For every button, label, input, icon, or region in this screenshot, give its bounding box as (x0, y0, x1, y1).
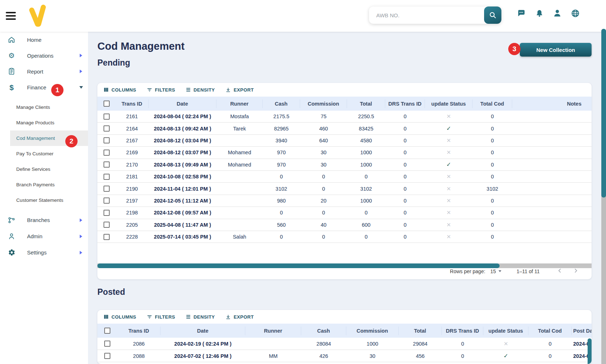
row-checkbox[interactable] (104, 137, 110, 143)
column-header[interactable]: Date (161, 327, 245, 335)
row-checkbox[interactable] (104, 114, 110, 120)
posted-table-header: Trans IDDateRunnerCashCommissionTotalDRS… (97, 324, 592, 338)
cell-total: 0 (347, 174, 385, 179)
density-button[interactable]: DENSITY (185, 314, 215, 320)
chevron-right-icon (80, 235, 82, 238)
sidebar-item-define-services[interactable]: Define Services (0, 161, 88, 177)
sidebar-item-manage-clients[interactable]: Manage Clients (0, 99, 88, 115)
table-row[interactable]: 21672024-08-12 ( 03:04 PM )394064045800✕… (97, 135, 592, 147)
columns-button[interactable]: COLUMNS (103, 87, 136, 93)
rows-per-page-select[interactable]: 15 (490, 268, 501, 274)
sidebar-item-finance[interactable]: $ Finance (0, 79, 88, 95)
table-row[interactable]: 20862024-02-19 ( 02:24 PM )2808410002908… (97, 338, 592, 350)
table-row[interactable]: 20882024-07-02 ( 12:46 PM )MM426304560✓0… (97, 350, 592, 362)
column-header[interactable]: Post Da (572, 327, 592, 335)
cell-date: 2024-08-04 ( 02:24 PM ) (149, 114, 216, 119)
notifications-bell-icon[interactable] (535, 9, 544, 18)
row-checkbox[interactable] (104, 222, 110, 228)
column-header[interactable]: Trans ID (117, 327, 161, 335)
table-row[interactable]: 21982024-12-08 ( 09:57 AM )0000✕0 (97, 207, 592, 219)
status-unchecked-icon: ✕ (447, 197, 451, 204)
column-header[interactable]: Runner (245, 327, 301, 335)
language-globe-icon[interactable] (571, 9, 580, 18)
column-header[interactable]: Trans ID (115, 99, 149, 108)
sidebar-item-manage-products[interactable]: Manage Products (0, 115, 88, 130)
page-vertical-scrollbar[interactable] (601, 32, 606, 364)
sidebar-item-home[interactable]: Home (0, 32, 88, 48)
column-header[interactable]: Total (399, 327, 442, 335)
row-checkbox[interactable] (104, 341, 110, 347)
menu-hamburger-icon[interactable] (6, 12, 16, 20)
column-header[interactable]: Commission (300, 99, 347, 108)
filters-label: FILTERS (155, 87, 175, 93)
cell-runner: Mohamed (216, 150, 263, 155)
row-checkbox[interactable] (104, 150, 110, 156)
row-checkbox[interactable] (104, 174, 110, 180)
table-row[interactable]: 22282025-07-14 ( 03:45 PM )Salah0000✕0 (97, 231, 592, 243)
column-header[interactable]: Total Cod (473, 99, 512, 108)
select-all-checkbox[interactable] (104, 328, 110, 334)
sidebar-item-pay-to-customer[interactable]: Pay To Customer (0, 146, 88, 161)
table-row[interactable]: 21972024-12-05 ( 11:12 AM )9802010000✕0 (97, 195, 592, 207)
row-checkbox-cell (97, 353, 117, 359)
cell-total-cod: 0 (473, 162, 512, 168)
sidebar-item-operations[interactable]: ⚙ Operations (0, 48, 88, 63)
posted-vertical-scrollbar-thumb[interactable] (588, 338, 592, 364)
awb-search-input[interactable] (369, 6, 484, 24)
column-header[interactable]: DRS Trans ID (442, 327, 483, 335)
filters-label: FILTERS (155, 314, 175, 320)
table-row[interactable]: 21702024-08-13 ( 09:49 AM )Mohamed970301… (97, 159, 592, 171)
column-header[interactable]: update Status (483, 327, 528, 335)
status-unchecked-icon: ✕ (447, 222, 451, 228)
cell-trans-id: 2198 (115, 210, 149, 216)
column-header[interactable]: Notes (512, 99, 592, 108)
column-header[interactable]: Cash (301, 327, 346, 335)
export-button[interactable]: EXPORT (225, 314, 254, 320)
column-header[interactable]: Total (347, 99, 385, 108)
row-checkbox[interactable] (104, 161, 110, 168)
table-row[interactable]: 21612024-08-04 ( 02:24 PM )Mostafa2175.5… (97, 111, 592, 123)
new-collection-button[interactable]: New Collection (520, 43, 592, 57)
table-row[interactable]: 21692024-08-12 ( 03:07 PM )Mohamed970301… (97, 147, 592, 159)
column-header[interactable]: update Status (425, 99, 473, 108)
table-row[interactable]: 22052025-04-08 ( 11:47 AM )560406000✕0 (97, 219, 592, 231)
density-button[interactable]: DENSITY (185, 87, 215, 93)
row-checkbox[interactable] (104, 186, 110, 192)
sidebar-item-branches[interactable]: Branches (0, 212, 88, 228)
next-page-button[interactable] (568, 267, 584, 275)
sidebar-subitem-label: Pay To Customer (16, 151, 53, 156)
row-checkbox[interactable] (104, 353, 110, 359)
column-header[interactable]: Commission (346, 327, 399, 335)
table-row[interactable]: 21642024-08-13 ( 09:42 AM )Tarek82965460… (97, 123, 592, 134)
row-checkbox[interactable] (104, 197, 110, 204)
sidebar-item-admin[interactable]: Admin (0, 228, 88, 244)
table-row[interactable]: 21902024-11-04 ( 12:01 PM )3102031020✕31… (97, 183, 592, 195)
column-header[interactable]: Runner (216, 99, 263, 108)
sidebar-item-branch-payments[interactable]: Branch Payments (0, 177, 88, 192)
columns-button[interactable]: COLUMNS (103, 314, 136, 320)
filters-button[interactable]: FILTERS (146, 87, 175, 93)
cell-trans-id: 2088 (117, 353, 161, 359)
cell-runner: Salah (216, 234, 263, 240)
sidebar-item-customer-statements[interactable]: Customer Statements (0, 192, 88, 208)
previous-page-button[interactable] (552, 267, 568, 275)
column-header[interactable]: Date (149, 99, 216, 108)
table-row[interactable]: 21812024-10-08 ( 02:58 PM )0000✕0 (97, 171, 592, 183)
account-person-icon[interactable] (553, 9, 562, 18)
filters-button[interactable]: FILTERS (146, 314, 175, 320)
sidebar-item-settings[interactable]: Settings (0, 244, 88, 261)
row-checkbox[interactable] (104, 210, 110, 216)
chat-icon[interactable] (517, 9, 526, 18)
search-button[interactable] (484, 6, 501, 24)
row-checkbox[interactable] (104, 125, 110, 132)
column-header[interactable]: Cash (263, 99, 300, 108)
page-vertical-scrollbar-thumb[interactable] (601, 29, 606, 197)
export-button[interactable]: EXPORT (225, 87, 254, 93)
select-all-checkbox[interactable] (104, 101, 110, 107)
sidebar-item-report[interactable]: Report (0, 63, 88, 79)
column-header[interactable]: Total Cod (528, 327, 572, 335)
column-header[interactable]: DRS Trans ID (385, 99, 425, 108)
export-label: EXPORT (234, 314, 254, 320)
cell-commission: 75 (300, 114, 347, 119)
row-checkbox[interactable] (104, 234, 110, 240)
